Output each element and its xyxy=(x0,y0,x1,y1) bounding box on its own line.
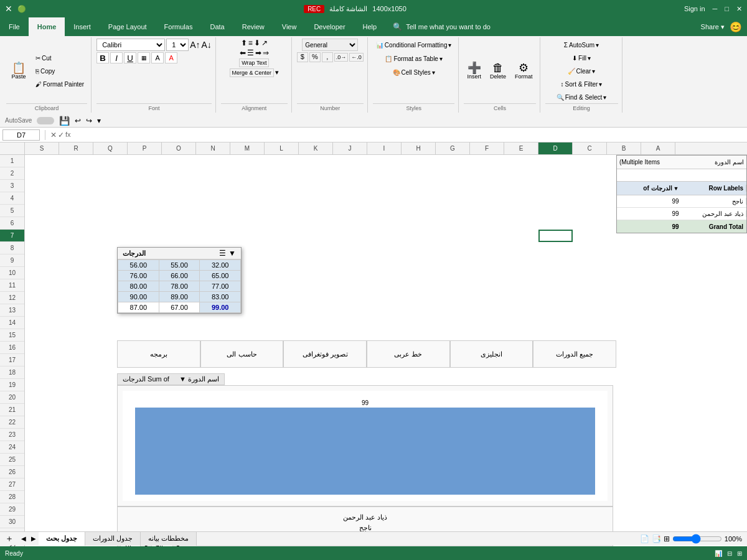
fill-btn[interactable]: ⬇Fill▾ xyxy=(569,52,594,64)
font-name-selector[interactable]: Calibri xyxy=(96,39,165,51)
col-p[interactable]: P xyxy=(128,142,162,154)
col-f[interactable]: F xyxy=(470,142,504,154)
cell-56[interactable]: 56.00 xyxy=(118,260,159,271)
row-15[interactable]: 15 xyxy=(0,329,24,342)
tab-home[interactable]: Home xyxy=(29,17,65,36)
row-13[interactable]: 13 xyxy=(0,304,24,317)
col-c[interactable]: C xyxy=(573,142,607,154)
row-23[interactable]: 23 xyxy=(0,429,24,441)
merge-center-btn[interactable]: Merge & Center xyxy=(230,68,275,77)
row-12[interactable]: 12 xyxy=(0,292,24,304)
save-btn[interactable]: 💾 xyxy=(59,116,70,126)
row-25[interactable]: 25 xyxy=(0,454,24,466)
cell-80[interactable]: 80.00 xyxy=(118,281,159,292)
col-o[interactable]: O xyxy=(162,142,196,154)
sheet-tab-jadwal-baht[interactable]: جدول بحث xyxy=(39,532,85,546)
row-3[interactable]: 3 xyxy=(0,180,24,192)
increase-decimal-btn[interactable]: .0→ xyxy=(334,53,349,62)
paste-btn[interactable]: 📋 Paste xyxy=(6,56,31,86)
row-label-filter[interactable]: اسم الدورة ▼ xyxy=(179,375,219,383)
col-b[interactable]: B xyxy=(607,142,641,154)
currency-btn[interactable]: $ xyxy=(297,52,308,62)
col-l[interactable]: L xyxy=(265,142,299,154)
col-d[interactable]: D xyxy=(538,142,573,154)
col-a[interactable]: A xyxy=(641,142,675,154)
cut-btn[interactable]: ✂ Cut xyxy=(32,52,87,64)
share-btn[interactable]: Share ▾ xyxy=(701,23,725,31)
row-30[interactable]: 30 xyxy=(0,516,24,528)
row-22[interactable]: 22 xyxy=(0,416,24,429)
format-as-table-btn[interactable]: 📋Format as Table▾ xyxy=(382,52,446,65)
sort-btn[interactable]: ↕Sort & Filter▾ xyxy=(558,78,606,90)
align-bottom-btn[interactable]: ⬇ xyxy=(254,39,260,47)
find-btn[interactable]: 🔍Find & Select▾ xyxy=(553,91,609,103)
cell-87[interactable]: 87.00 xyxy=(118,302,159,313)
align-middle-btn[interactable]: ≡ xyxy=(248,39,253,47)
conditional-formatting-btn[interactable]: 📊Conditional Formatting▾ xyxy=(373,39,455,51)
orientation-btn[interactable]: ↗ xyxy=(261,39,268,47)
normal-view-btn[interactable]: 📄 xyxy=(640,534,649,543)
row-2[interactable]: 2 xyxy=(0,167,24,180)
cell-77[interactable]: 77.00 xyxy=(200,281,241,292)
font-size-selector[interactable]: 11 xyxy=(166,39,189,51)
row-4[interactable]: 4 xyxy=(0,192,24,205)
close-btn[interactable]: ✕ xyxy=(736,5,742,13)
cell-reference-box[interactable] xyxy=(2,129,40,141)
customize-btn[interactable]: ▾ xyxy=(97,116,101,125)
increase-font-btn[interactable]: A↑ xyxy=(190,40,200,50)
align-center-btn[interactable]: ☰ xyxy=(247,49,254,57)
insert-function-btn[interactable]: fx xyxy=(65,131,71,139)
align-top-btn[interactable]: ⬆ xyxy=(241,39,247,47)
clear-btn[interactable]: 🧹Clear▾ xyxy=(565,65,599,77)
cell-65[interactable]: 65.00 xyxy=(200,271,241,281)
merge-dropdown-btn[interactable]: ▾ xyxy=(275,68,279,77)
decrease-font-btn[interactable]: A↓ xyxy=(201,40,211,50)
col-n[interactable]: N xyxy=(196,142,230,154)
wrap-text-btn[interactable]: Wrap Text xyxy=(239,58,269,67)
underline-btn[interactable]: U xyxy=(124,52,136,63)
cell-styles-btn[interactable]: 🎨Cell Styles▾ xyxy=(390,66,438,78)
format-btn[interactable]: ⚙ Format xyxy=(512,56,536,86)
page-layout-btn[interactable]: 📑 xyxy=(652,534,661,543)
tab-insert[interactable]: Insert xyxy=(65,17,100,36)
bold-btn[interactable]: B xyxy=(96,52,109,63)
decrease-decimal-btn[interactable]: ←.0 xyxy=(349,53,364,62)
autosave-toggle[interactable] xyxy=(37,117,54,124)
undo-btn[interactable]: ↩ xyxy=(75,116,81,125)
row-18[interactable]: 18 xyxy=(0,366,24,379)
row-29[interactable]: 29 xyxy=(0,503,24,516)
row-16[interactable]: 16 xyxy=(0,342,24,354)
cell-32[interactable]: 32.00 xyxy=(200,260,241,271)
row-1[interactable]: 1 xyxy=(0,155,24,167)
row-20[interactable]: 20 xyxy=(0,391,24,404)
cancel-formula-btn[interactable]: ✕ xyxy=(50,131,57,139)
tab-help[interactable]: Help xyxy=(354,17,386,36)
minimize-btn[interactable]: ─ xyxy=(713,5,718,12)
italic-btn[interactable]: I xyxy=(110,52,123,63)
col-r[interactable]: R xyxy=(59,142,93,154)
border-btn[interactable]: ▦ xyxy=(138,52,150,63)
col-m[interactable]: M xyxy=(230,142,265,154)
cell-67[interactable]: 67.00 xyxy=(159,302,200,313)
font-color-btn[interactable]: A xyxy=(165,52,177,63)
col-h[interactable]: H xyxy=(402,142,436,154)
row-27[interactable]: 27 xyxy=(0,478,24,491)
tab-page-layout[interactable]: Page Layout xyxy=(100,17,156,36)
row-11[interactable]: 11 xyxy=(0,279,24,292)
align-right-btn[interactable]: ➡ xyxy=(255,49,261,57)
row-7[interactable]: 7 xyxy=(0,230,24,242)
cell-99[interactable]: 99.00 xyxy=(200,302,241,313)
indent-btn[interactable]: ⇒ xyxy=(263,49,269,57)
tab-view[interactable]: View xyxy=(273,17,306,36)
row-9[interactable]: 9 xyxy=(0,254,24,267)
page-break-btn[interactable]: ⊞ xyxy=(664,534,670,543)
row-14[interactable]: 14 xyxy=(0,317,24,329)
comma-btn[interactable]: , xyxy=(322,52,333,62)
format-painter-btn[interactable]: 🖌 Format Painter xyxy=(32,78,87,90)
tab-developer[interactable]: Developer xyxy=(305,17,354,36)
confirm-formula-btn[interactable]: ✓ xyxy=(58,131,64,139)
row-8[interactable]: 8 xyxy=(0,242,24,254)
row-5[interactable]: 5 xyxy=(0,205,24,217)
cell-78[interactable]: 78.00 xyxy=(159,281,200,292)
col-i[interactable]: I xyxy=(367,142,402,154)
